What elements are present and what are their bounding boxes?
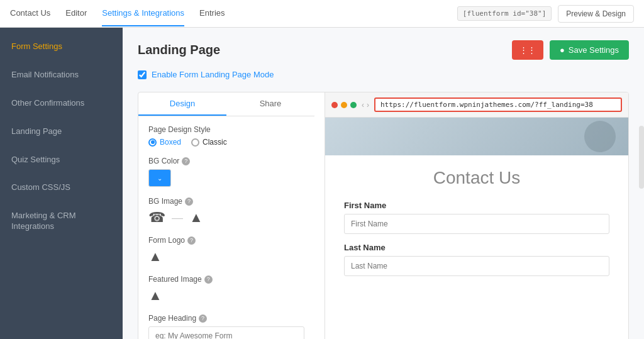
settings-body: Page Design Style Boxed Classic bbox=[138, 116, 314, 339]
classic-label: Classic bbox=[203, 138, 227, 147]
classic-option[interactable]: Classic bbox=[191, 138, 227, 147]
sidebar-item-quiz-settings[interactable]: Quiz Settings bbox=[0, 146, 123, 174]
preview-last-name-label: Last Name bbox=[344, 243, 609, 252]
enable-landing-page-checkbox[interactable] bbox=[138, 70, 147, 79]
preview-last-name-group: Last Name bbox=[344, 243, 609, 276]
form-logo-info-icon[interactable]: ? bbox=[187, 236, 196, 245]
page-heading-row: Page Heading ? bbox=[148, 314, 304, 339]
sidebar-item-email-notifications[interactable]: Email Notifications bbox=[0, 61, 123, 89]
featured-image-info-icon[interactable]: ? bbox=[204, 275, 213, 284]
preview-first-name-label: First Name bbox=[344, 201, 609, 210]
tab-header: Design Share bbox=[138, 92, 314, 116]
sidebar-item-custom-css-js[interactable]: Custom CSS/JS bbox=[0, 174, 123, 202]
page-design-style-label: Page Design Style bbox=[148, 125, 304, 134]
page-heading-input[interactable] bbox=[148, 326, 304, 339]
boxed-radio[interactable] bbox=[148, 138, 157, 147]
bg-image-upload-area: ☎ — ▲ bbox=[148, 209, 304, 226]
nav-settings-integrations[interactable]: Settings & Integrations bbox=[102, 1, 184, 26]
share-icon: ⋮⋮ bbox=[519, 45, 536, 55]
sidebar-item-form-settings[interactable]: Form Settings bbox=[0, 33, 123, 61]
forward-arrow-icon[interactable]: › bbox=[367, 101, 369, 109]
header-actions: ⋮⋮ ● Save Settings bbox=[512, 40, 629, 60]
bg-image-label: BG Image ? bbox=[148, 197, 304, 206]
nav-right-actions: [fluentform id="38"] Preview & Design bbox=[457, 5, 634, 23]
browser-dot-yellow bbox=[341, 102, 347, 108]
browser-dot-red bbox=[331, 102, 338, 108]
bg-color-picker[interactable]: ⌄ bbox=[148, 169, 171, 187]
main-content: Landing Page ⋮⋮ ● Save Settings Enable F… bbox=[123, 28, 644, 339]
page-design-style-row: Page Design Style Boxed Classic bbox=[148, 125, 304, 147]
color-picker-chevron-icon: ⌄ bbox=[157, 175, 162, 182]
sidebar-item-other-confirmations[interactable]: Other Confirmations bbox=[0, 89, 123, 118]
enable-row: Enable Form Landing Page Mode bbox=[138, 70, 629, 79]
form-logo-row: Form Logo ? ▲ bbox=[148, 236, 304, 265]
boxed-label: Boxed bbox=[160, 138, 181, 147]
page-heading-label: Page Heading ? bbox=[148, 314, 304, 323]
preview-first-name-group: First Name bbox=[344, 201, 609, 234]
sidebar: Form Settings Email Notifications Other … bbox=[0, 28, 123, 339]
page-header: Landing Page ⋮⋮ ● Save Settings bbox=[138, 40, 629, 60]
sidebar-item-landing-page[interactable]: Landing Page bbox=[0, 118, 123, 146]
sidebar-item-marketing-crm[interactable]: Marketing & CRM Integrations bbox=[0, 202, 123, 241]
featured-image-upload-icon[interactable]: ▲ bbox=[148, 287, 162, 303]
bg-color-row: BG Color ? ⌄ bbox=[148, 157, 304, 187]
style-options: Boxed Classic bbox=[148, 138, 304, 147]
nav-contact-us[interactable]: Contact Us bbox=[10, 1, 50, 26]
form-logo-upload-icon[interactable]: ▲ bbox=[148, 248, 162, 264]
preview-last-name-input bbox=[344, 256, 609, 276]
page-heading-info-icon[interactable]: ? bbox=[199, 314, 207, 323]
preview-first-name-input bbox=[344, 214, 609, 234]
browser-nav-arrows: ‹ › bbox=[362, 101, 369, 109]
form-logo-label: Form Logo ? bbox=[148, 236, 304, 245]
bg-image-cloud-icon[interactable]: ▲ bbox=[189, 209, 203, 226]
shortcode-badge[interactable]: [fluentform id="38"] bbox=[457, 6, 552, 21]
top-navigation: Contact Us Editor Settings & Integration… bbox=[0, 0, 644, 28]
bg-color-info-icon[interactable]: ? bbox=[182, 157, 190, 165]
preview-content: Contact Us First Name Last Name bbox=[325, 118, 628, 339]
save-checkmark-icon: ● bbox=[560, 45, 565, 55]
nav-editor[interactable]: Editor bbox=[65, 1, 87, 26]
main-layout: Form Settings Email Notifications Other … bbox=[0, 28, 644, 339]
preview-form-title: Contact Us bbox=[344, 168, 609, 188]
save-settings-button[interactable]: ● Save Settings bbox=[550, 40, 629, 60]
boxed-option[interactable]: Boxed bbox=[148, 138, 181, 147]
page-title: Landing Page bbox=[138, 43, 220, 57]
preview-panel: ‹ › https://fluentform.wpninjathemes.com… bbox=[325, 92, 628, 339]
bg-color-label: BG Color ? bbox=[148, 157, 304, 165]
browser-bar: ‹ › https://fluentform.wpninjathemes.com… bbox=[325, 92, 628, 118]
bg-image-dash-icon: — bbox=[172, 211, 183, 225]
save-settings-label: Save Settings bbox=[569, 45, 619, 55]
featured-image-row: Featured Image ? ▲ bbox=[148, 275, 304, 304]
url-bar[interactable]: https://fluentform.wpninjathemes.com/?ff… bbox=[374, 97, 622, 112]
back-arrow-icon[interactable]: ‹ bbox=[362, 101, 364, 109]
bg-image-info-icon[interactable]: ? bbox=[185, 197, 193, 206]
bg-image-row: BG Image ? ☎ — ▲ bbox=[148, 197, 304, 226]
featured-image-label: Featured Image ? bbox=[148, 275, 304, 284]
nav-entries[interactable]: Entries bbox=[199, 1, 225, 26]
browser-dot-green bbox=[350, 102, 357, 108]
share-button[interactable]: ⋮⋮ bbox=[512, 40, 543, 60]
main-panel: Design Share Page Design Style Boxed bbox=[138, 92, 629, 339]
tab-share[interactable]: Share bbox=[226, 92, 314, 116]
nav-items: Contact Us Editor Settings & Integration… bbox=[10, 1, 457, 26]
tab-design[interactable]: Design bbox=[138, 92, 226, 116]
classic-radio[interactable] bbox=[191, 138, 199, 147]
browser-dots bbox=[331, 102, 357, 108]
preview-form-area: Contact Us First Name Last Name bbox=[325, 155, 628, 339]
bg-image-phone-icon: ☎ bbox=[148, 209, 165, 226]
preview-header-image bbox=[325, 118, 628, 155]
preview-design-button[interactable]: Preview & Design bbox=[558, 5, 634, 23]
enable-landing-page-label[interactable]: Enable Form Landing Page Mode bbox=[152, 70, 274, 79]
settings-panel: Design Share Page Design Style Boxed bbox=[138, 92, 314, 339]
